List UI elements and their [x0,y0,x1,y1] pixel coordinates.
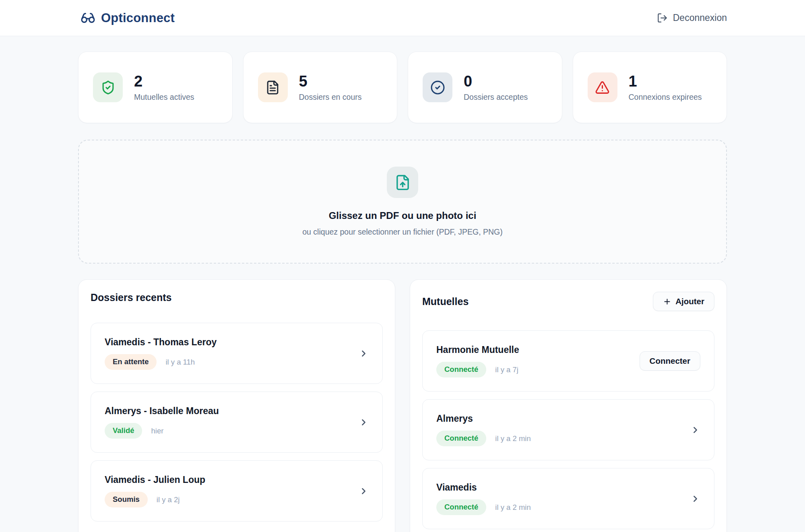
mutuelle-main: Almerys Connecté il y a 2 min [436,413,531,446]
dossier-name: Viamedis - Thomas Leroy [105,337,217,348]
brand: Opticonnect [80,10,175,25]
time-label: il y a 2j [157,495,180,504]
status-badge: Validé [105,423,142,438]
dossier-item[interactable]: Viamedis - Thomas Leroy En attente il y … [91,323,383,384]
add-mutuelle-button[interactable]: Ajouter [653,292,714,311]
mutuelle-item: Harmonie Mutuelle Connecté il y a 7j Con… [422,330,714,392]
chevron-right-icon [359,348,369,359]
stat-label: Connexions expirees [629,93,702,102]
status-badge: En attente [105,354,157,369]
dossier-item[interactable]: Almerys - Isabelle Moreau Validé hier [91,392,383,453]
dossier-main: Viamedis - Julien Loup Soumis il y a 2j [105,474,205,507]
plus-icon [663,297,671,306]
dossier-main: Almerys - Isabelle Moreau Validé hier [105,406,219,438]
mutuelle-name: Almerys [436,413,531,424]
dropzone-title: Glissez un PDF ou une photo ici [329,210,477,221]
stat-label: Mutuelles actives [134,93,194,102]
stat-text: 0 Dossiers acceptes [464,73,528,102]
dossiers-title: Dossiers recents [91,292,172,303]
time-label: hier [151,427,163,435]
file-dropzone[interactable]: Glissez un PDF ou une photo ici ou cliqu… [78,140,727,264]
app-title: Opticonnect [101,11,175,25]
dossier-item[interactable]: Viamedis - Julien Loup Soumis il y a 2j [91,460,383,522]
mutuelle-meta: Connecté il y a 7j [436,362,519,377]
connect-button[interactable]: Connecter [640,351,700,371]
chevron-right-icon [359,417,369,427]
stat-card-dossiers-acceptes: 0 Dossiers acceptes [408,52,562,123]
alert-triangle-icon [588,72,617,102]
stat-value: 2 [134,73,194,91]
stat-card-dossiers-en-cours: 5 Dossiers en cours [243,52,398,123]
mutuelle-item[interactable]: Almerys Connecté il y a 2 min [422,399,714,460]
time-label: il y a 7j [495,365,518,374]
logout-label: Deconnexion [673,12,727,23]
mutuelle-meta: Connecté il y a 2 min [436,499,531,515]
dossiers-panel: Dossiers recents Viamedis - Thomas Leroy… [78,279,395,532]
dossier-name: Viamedis - Julien Loup [105,474,205,485]
stat-value: 1 [629,73,702,91]
panels-row: Dossiers recents Viamedis - Thomas Leroy… [78,279,727,532]
mutuelle-main: Viamedis Connecté il y a 2 min [436,482,531,515]
stat-text: 1 Connexions expirees [629,73,702,102]
stat-value: 5 [299,73,362,91]
chevron-right-icon [690,425,700,435]
main-content: 2 Mutuelles actives 5 Dossiers en cours [78,52,727,532]
stats-row: 2 Mutuelles actives 5 Dossiers en cours [78,52,727,123]
mutuelles-panel: Mutuelles Ajouter Harmonie Mutuelle Conn… [410,279,727,532]
file-text-icon [258,72,288,102]
dossiers-panel-head: Dossiers recents [91,292,383,303]
dossier-name: Almerys - Isabelle Moreau [105,406,219,417]
stat-label: Dossiers acceptes [464,93,528,102]
circle-check-icon [423,72,452,102]
mutuelle-name: Harmonie Mutuelle [436,344,519,355]
time-label: il y a 2 min [495,503,530,512]
stat-card-connexions-expirees: 1 Connexions expirees [573,52,727,123]
mutuelle-name: Viamedis [436,482,531,493]
status-badge: Soumis [105,492,148,507]
logout-button[interactable]: Deconnexion [657,12,727,23]
shield-check-icon [93,72,123,102]
stat-text: 5 Dossiers en cours [299,73,362,102]
status-badge: Connecté [436,499,486,515]
stat-card-mutuelles-actives: 2 Mutuelles actives [78,52,233,123]
dossier-meta: Soumis il y a 2j [105,492,205,507]
stat-text: 2 Mutuelles actives [134,73,194,102]
time-label: il y a 11h [165,358,195,367]
mutuelle-meta: Connecté il y a 2 min [436,431,531,446]
mutuelles-title: Mutuelles [422,296,469,307]
chevron-right-icon [359,486,369,496]
status-badge: Connecté [436,362,486,377]
stat-label: Dossiers en cours [299,93,362,102]
log-out-icon [657,12,668,23]
mutuelle-main: Harmonie Mutuelle Connecté il y a 7j [436,344,519,377]
glasses-icon [80,10,95,25]
dossier-meta: En attente il y a 11h [105,354,217,369]
time-label: il y a 2 min [495,434,530,443]
app-header: Opticonnect Deconnexion [0,0,805,36]
file-upload-icon [387,167,418,198]
mutuelle-item[interactable]: Viamedis Connecté il y a 2 min [422,468,714,529]
stat-value: 0 [464,73,528,91]
chevron-right-icon [690,494,700,504]
add-mutuelle-label: Ajouter [675,297,704,306]
mutuelles-panel-head: Mutuelles Ajouter [422,292,714,311]
dossier-meta: Validé hier [105,423,219,438]
dropzone-subtitle: ou cliquez pour selectionner un fichier … [302,227,502,237]
dossier-main: Viamedis - Thomas Leroy En attente il y … [105,337,217,369]
status-badge: Connecté [436,431,486,446]
